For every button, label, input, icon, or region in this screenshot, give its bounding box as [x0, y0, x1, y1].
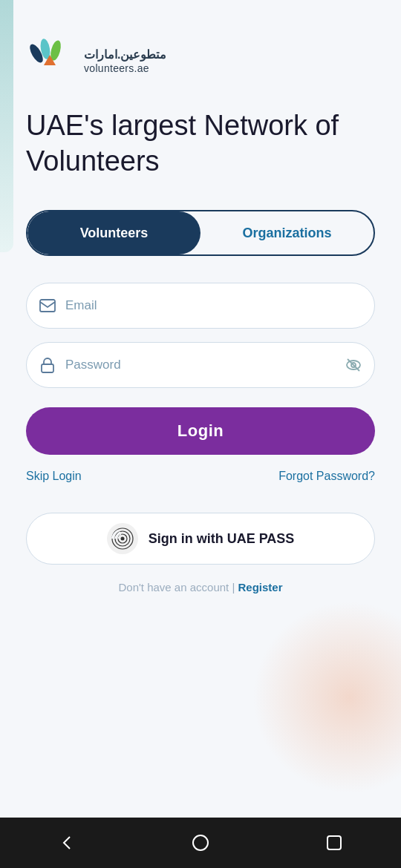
logo-arabic: متطوعين.امارات — [84, 47, 166, 63]
email-field[interactable] — [26, 283, 375, 329]
logo-icon — [26, 37, 74, 85]
uae-pass-icon — [107, 523, 138, 554]
nav-back-icon[interactable] — [52, 828, 82, 858]
uae-pass-button[interactable]: Sign in with UAE PASS — [26, 513, 375, 565]
register-prompt: Don't have an account | — [118, 581, 235, 594]
skip-login-link[interactable]: Skip Login — [26, 470, 82, 483]
svg-rect-4 — [40, 300, 55, 312]
tab-organizations[interactable]: Organizations — [200, 211, 374, 254]
nav-home-icon[interactable] — [186, 828, 215, 858]
tab-switcher: Volunteers Organizations — [26, 210, 375, 256]
email-icon — [39, 297, 56, 314]
eye-hidden-icon[interactable] — [345, 357, 362, 373]
svg-rect-5 — [42, 364, 53, 372]
lock-icon — [39, 357, 56, 373]
svg-point-13 — [193, 835, 208, 850]
nav-recents-icon[interactable] — [319, 828, 349, 858]
register-link[interactable]: Register — [238, 581, 283, 594]
email-input-group — [26, 283, 375, 329]
bg-decor-peach — [252, 601, 401, 794]
svg-rect-14 — [327, 836, 341, 849]
password-input-group — [26, 342, 375, 388]
tab-volunteers[interactable]: Volunteers — [27, 211, 200, 254]
register-row: Don't have an account | Register — [26, 581, 375, 594]
forgot-password-link[interactable]: Forgot Password? — [278, 470, 375, 483]
login-button[interactable]: Login — [26, 407, 375, 455]
svg-point-12 — [120, 537, 124, 541]
headline: UAE's largest Network of Volunteers — [26, 108, 375, 179]
logo-english: volunteers.ae — [84, 62, 166, 74]
logo-text: متطوعين.امارات volunteers.ae — [84, 47, 166, 75]
logo-area: متطوعين.امارات volunteers.ae — [26, 37, 375, 85]
links-row: Skip Login Forgot Password? — [26, 470, 375, 483]
bottom-nav-bar — [0, 818, 401, 868]
uae-pass-label: Sign in with UAE PASS — [149, 531, 295, 547]
password-field[interactable] — [26, 342, 375, 388]
